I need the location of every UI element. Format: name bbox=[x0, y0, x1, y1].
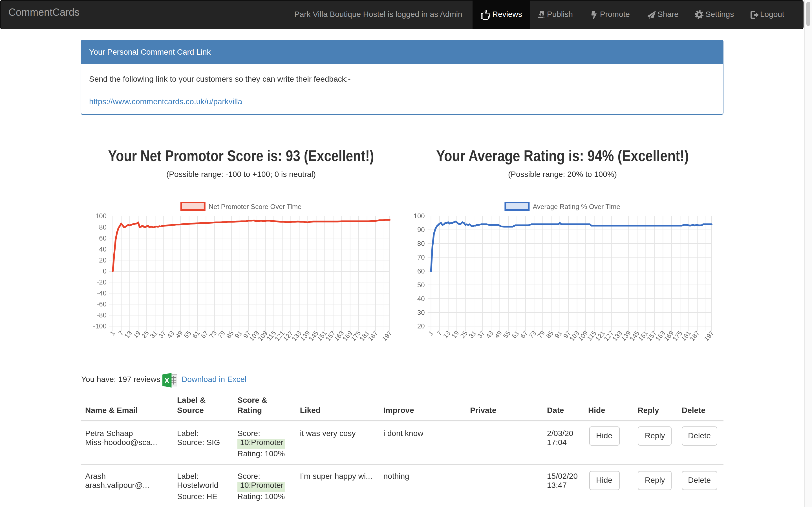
svg-text:20: 20 bbox=[99, 256, 106, 264]
svg-text:7: 7 bbox=[117, 330, 124, 337]
svg-text:1: 1 bbox=[108, 330, 116, 337]
svg-text:-100: -100 bbox=[93, 322, 106, 330]
svg-text:60: 60 bbox=[99, 234, 106, 242]
svg-text:-20: -20 bbox=[96, 278, 106, 286]
svg-text:187: 187 bbox=[688, 330, 701, 342]
svg-text:197: 197 bbox=[380, 330, 393, 342]
svg-text:90: 90 bbox=[417, 226, 424, 233]
svg-text:-40: -40 bbox=[96, 289, 106, 297]
svg-text:70: 70 bbox=[417, 253, 424, 261]
svg-text:-60: -60 bbox=[96, 300, 106, 308]
svg-text:-80: -80 bbox=[96, 311, 106, 319]
svg-text:80: 80 bbox=[99, 223, 106, 231]
svg-text:Net Promoter Score Over Time: Net Promoter Score Over Time bbox=[208, 203, 301, 210]
svg-text:40: 40 bbox=[99, 245, 106, 253]
svg-text:50: 50 bbox=[417, 281, 424, 289]
svg-text:X: X bbox=[164, 376, 170, 385]
svg-text:40: 40 bbox=[417, 295, 424, 302]
svg-text:187: 187 bbox=[366, 330, 379, 342]
svg-text:0: 0 bbox=[103, 267, 106, 275]
svg-text:Average Rating % Over Time: Average Rating % Over Time bbox=[532, 203, 620, 210]
svg-text:80: 80 bbox=[417, 240, 424, 247]
svg-text:7: 7 bbox=[435, 330, 443, 337]
svg-text:20: 20 bbox=[417, 322, 424, 330]
svg-text:1: 1 bbox=[426, 330, 434, 337]
svg-text:100: 100 bbox=[413, 212, 424, 220]
svg-text:197: 197 bbox=[702, 330, 715, 342]
svg-text:100: 100 bbox=[95, 212, 106, 220]
svg-text:30: 30 bbox=[417, 309, 424, 316]
svg-text:60: 60 bbox=[417, 267, 424, 275]
